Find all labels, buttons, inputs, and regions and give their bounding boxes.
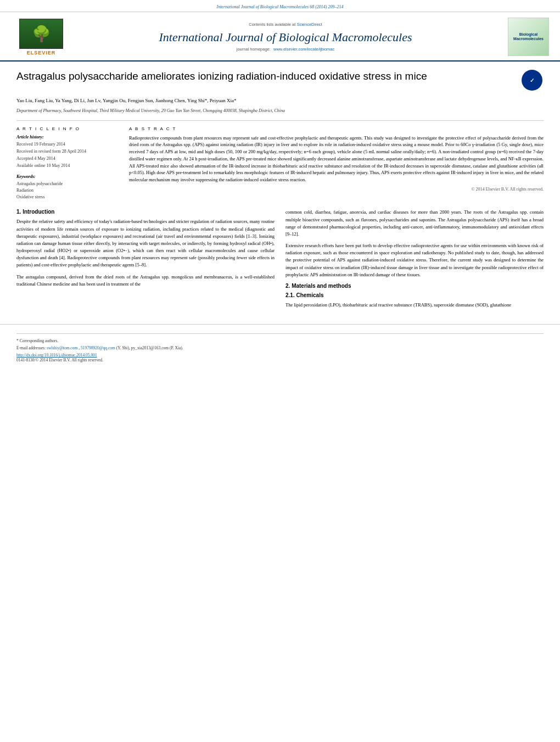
journal-title: International Journal of Biological Macr… — [82, 30, 489, 44]
article-title: Astragalus polysaccharide ameliorates io… — [16, 70, 513, 83]
footer-copyright: 0141-8130/© 2014 Elsevier B.V. All right… — [16, 358, 544, 362]
intro-paragraph-2: The astragalus compound, derived from th… — [16, 274, 275, 288]
abstract-header: A B S T R A C T — [129, 126, 544, 131]
contents-label: Contents lists available at — [249, 22, 295, 27]
header-center: Contents lists available at ScienceDirec… — [71, 22, 500, 52]
article-title-area: Astragalus polysaccharide ameliorates io… — [16, 70, 513, 89]
body-columns: 1. Introduction Despite the relative saf… — [16, 209, 544, 313]
elsevier-tree-icon — [19, 19, 63, 49]
abstract-copyright: © 2014 Elsevier B.V. All rights reserved… — [129, 187, 544, 192]
email-label: E-mail addresses: — [16, 345, 46, 350]
body-left-column: 1. Introduction Despite the relative saf… — [16, 209, 275, 313]
article-content: Astragalus polysaccharide ameliorates io… — [0, 62, 560, 324]
authors: Yao Liu, Fang Liu, Ya Yang, Di Li, Jun L… — [16, 97, 544, 105]
right-paragraph-2: Extensive research efforts have been put… — [285, 242, 544, 278]
intro-number: 1. — [16, 209, 21, 215]
abstract-text: Radioprotective compounds from plant res… — [129, 135, 544, 183]
journal-issue-info: International Journal of Biological Macr… — [216, 4, 343, 9]
intro-p2-text: The astragalus compound, derived from th… — [16, 274, 275, 287]
corresponding-note: * Corresponding authors. — [16, 338, 544, 344]
email-suffix: (Y. Shi), py_xia2013@163.com (P. Xia). — [116, 345, 183, 350]
elsevier-logo: ELSEVIER — [11, 19, 71, 55]
received-date: Received 19 February 2014 — [16, 141, 118, 147]
article-info-column: A R T I C L E I N F O Article history: R… — [16, 126, 118, 201]
footer-divider — [16, 333, 544, 334]
article-info-header: A R T I C L E I N F O — [16, 126, 118, 131]
journal-header: ELSEVIER Contents lists available at Sci… — [0, 12, 560, 62]
keyword-2: Radiation — [16, 187, 118, 194]
intro-title: Introduction — [23, 209, 54, 215]
right-paragraph-1: common cold, diarrhea, fatigue, anorexia… — [285, 209, 544, 238]
introduction-title: 1. Introduction — [16, 209, 275, 215]
journal-header-bar: International Journal of Biological Macr… — [0, 0, 560, 12]
section21-title: Chemicals — [296, 292, 323, 298]
journal-homepage-line: journal homepage: www.elsevier.com/locat… — [82, 47, 489, 52]
section-21-text: The lipid peroxidation (LPO), thiobarbit… — [285, 302, 544, 309]
elsevier-logo-container: ELSEVIER — [11, 19, 71, 55]
accepted-date: Accepted 4 May 2014 — [16, 155, 118, 161]
abstract-column: A B S T R A C T Radioprotective compound… — [129, 126, 544, 201]
email-1-link[interactable]: swlshiy@tom.com — [47, 345, 77, 350]
doi-line: http://dx.doi.org/10.1016/j.ijbiomac.201… — [16, 353, 544, 358]
article-history-label: Article history: — [16, 135, 118, 140]
email-line: E-mail addresses: swlshiy@tom.com , 5197… — [16, 345, 544, 352]
received-revised-date: Received in revised form 28 April 2014 — [16, 148, 118, 154]
journal-homepage-link[interactable]: www.elsevier.com/locate/ijbiomac — [273, 47, 334, 52]
section-21-title: 2.1. Chemicals — [285, 292, 544, 298]
available-online-date: Available online 10 May 2014 — [16, 163, 118, 169]
bio-macro-logo-container: BiologicalMacromolecules — [500, 18, 549, 56]
crossmark-container[interactable]: ✓ — [522, 70, 544, 92]
crossmark-icon: ✓ — [522, 70, 542, 91]
keyword-1: Astragalus polysaccharide — [16, 181, 118, 187]
elsevier-wordmark: ELSEVIER — [27, 50, 56, 55]
body-right-column: common cold, diarrhea, fatigue, anorexia… — [285, 209, 544, 313]
page: International Journal of Biological Macr… — [0, 0, 560, 742]
section21-number: 2.1. — [285, 292, 295, 298]
bio-macro-logo: BiologicalMacromolecules — [508, 18, 549, 56]
doi-link[interactable]: http://dx.doi.org/10.1016/j.ijbiomac.201… — [16, 353, 97, 358]
keywords-section: Keywords: Astragalus polysaccharide Radi… — [16, 174, 118, 200]
keywords-label: Keywords: — [16, 174, 118, 179]
article-header: Astragalus polysaccharide ameliorates io… — [16, 70, 544, 92]
footer: * Corresponding authors. E-mail addresse… — [0, 324, 560, 367]
email-2-link[interactable]: 519798920@qq.com — [81, 345, 115, 350]
section2-title: Materials and methods — [292, 283, 351, 289]
intro-paragraph-1: Despite the relative safety and efficien… — [16, 218, 275, 269]
sciencedirect-link[interactable]: ScienceDirect — [296, 22, 322, 27]
section-2-title: 2. Materials and methods — [285, 283, 544, 289]
info-abstract-section: A R T I C L E I N F O Article history: R… — [16, 120, 544, 201]
section2-number: 2. — [285, 283, 290, 289]
homepage-label: journal homepage: — [237, 47, 271, 52]
keyword-3: Oxidative stress — [16, 194, 118, 200]
contents-available-line: Contents lists available at ScienceDirec… — [82, 22, 489, 27]
affiliation: Department of Pharmacy, Southwest Hospit… — [16, 108, 544, 114]
